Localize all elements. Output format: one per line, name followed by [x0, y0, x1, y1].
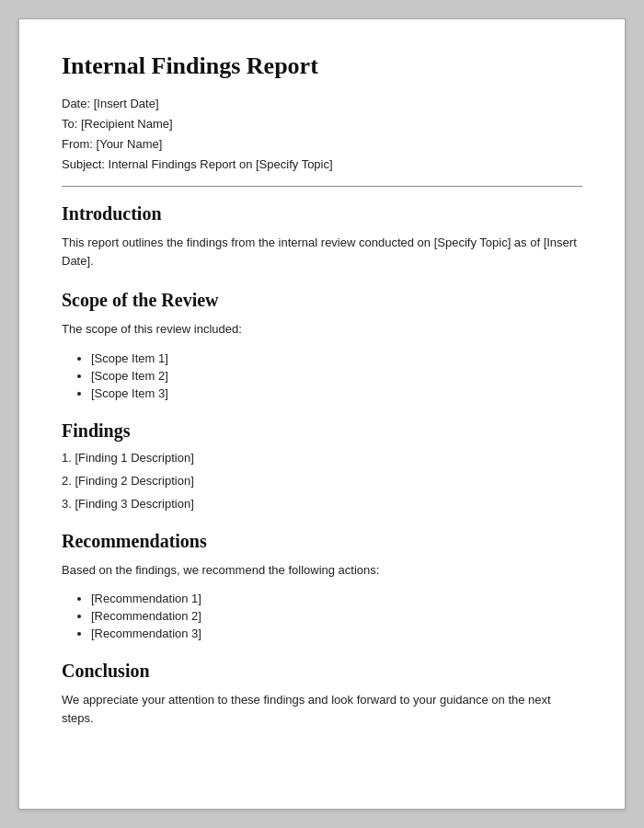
recommendations-heading: Recommendations — [62, 531, 582, 552]
list-item: [Scope Item 1] — [91, 351, 582, 365]
scope-heading: Scope of the Review — [62, 290, 582, 311]
recommendations-section: Recommendations Based on the findings, w… — [62, 531, 582, 641]
recommendations-list: [Recommendation 1] [Recommendation 2] [R… — [91, 592, 582, 640]
scope-section: Scope of the Review The scope of this re… — [62, 290, 582, 400]
meta-from: From: [Your Name] — [62, 137, 582, 151]
page-container: Internal Findings Report Date: [Insert D… — [18, 18, 626, 810]
recommendations-intro-text: Based on the findings, we recommend the … — [62, 561, 582, 580]
list-item: [Recommendation 3] — [91, 627, 582, 640]
list-item: [Scope Item 2] — [91, 369, 582, 383]
scope-list: [Scope Item 1] [Scope Item 2] [Scope Ite… — [91, 351, 582, 400]
conclusion-text: We appreciate your attention to these fi… — [62, 691, 582, 727]
conclusion-section: Conclusion We appreciate your attention … — [62, 661, 582, 727]
findings-section: Findings 1. [Finding 1 Description] 2. [… — [62, 420, 582, 511]
list-item: [Recommendation 2] — [91, 609, 582, 623]
introduction-heading: Introduction — [62, 203, 582, 224]
introduction-section: Introduction This report outlines the fi… — [62, 203, 582, 270]
list-item: 1. [Finding 1 Description] — [62, 451, 582, 465]
list-item: [Scope Item 3] — [91, 386, 582, 400]
list-item: 2. [Finding 2 Description] — [62, 474, 582, 488]
report-title: Internal Findings Report — [62, 52, 582, 80]
section-divider — [62, 186, 582, 187]
meta-block: Date: [Insert Date] To: [Recipient Name]… — [62, 97, 582, 171]
meta-to: To: [Recipient Name] — [62, 117, 582, 131]
scope-intro-text: The scope of this review included: — [62, 320, 582, 339]
meta-date: Date: [Insert Date] — [62, 97, 582, 110]
meta-subject: Subject: Internal Findings Report on [Sp… — [62, 157, 582, 171]
list-item: 3. [Finding 3 Description] — [62, 497, 582, 511]
list-item: [Recommendation 1] — [91, 592, 582, 605]
findings-heading: Findings — [62, 420, 582, 442]
findings-list: 1. [Finding 1 Description] 2. [Finding 2… — [62, 451, 582, 511]
conclusion-heading: Conclusion — [62, 661, 582, 682]
introduction-text: This report outlines the findings from t… — [62, 234, 582, 270]
